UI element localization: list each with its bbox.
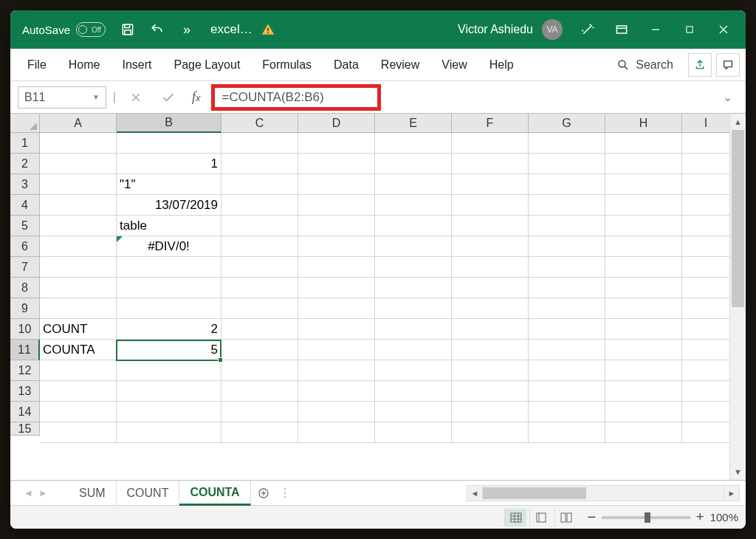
share-button[interactable] bbox=[688, 53, 712, 77]
cell-c9[interactable] bbox=[221, 298, 298, 319]
cell-d14[interactable] bbox=[298, 402, 375, 422]
cell-i7[interactable] bbox=[682, 257, 729, 278]
cell-a9[interactable] bbox=[40, 298, 117, 319]
cell-c14[interactable] bbox=[221, 402, 298, 422]
cell-i1[interactable] bbox=[682, 133, 729, 154]
cell-a15[interactable] bbox=[40, 422, 117, 443]
minimize-button[interactable] bbox=[641, 10, 670, 49]
undo-button[interactable] bbox=[142, 10, 172, 49]
cell-d3[interactable] bbox=[298, 174, 375, 195]
cell-a8[interactable] bbox=[40, 278, 117, 298]
cell-a6[interactable] bbox=[40, 236, 117, 257]
cell-e3[interactable] bbox=[375, 174, 452, 195]
cell-e1[interactable] bbox=[375, 133, 452, 154]
cell-a5[interactable] bbox=[40, 216, 117, 236]
cell-b3[interactable]: "1" bbox=[117, 174, 221, 195]
cell-c3[interactable] bbox=[221, 174, 298, 195]
row-header-7[interactable]: 7 bbox=[10, 257, 39, 278]
cell-d15[interactable] bbox=[298, 422, 375, 443]
horizontal-scrollbar[interactable]: ◄ ► bbox=[467, 485, 740, 501]
cell-f7[interactable] bbox=[452, 257, 529, 278]
row-header-4[interactable]: 4 bbox=[10, 195, 39, 216]
row-header-1[interactable]: 1 bbox=[10, 133, 39, 154]
cell-h1[interactable] bbox=[605, 133, 682, 154]
cell-h5[interactable] bbox=[605, 216, 682, 236]
cell-g9[interactable] bbox=[529, 298, 605, 319]
row-header-9[interactable]: 9 bbox=[10, 298, 39, 319]
cell-h3[interactable] bbox=[605, 174, 682, 195]
cell-e5[interactable] bbox=[375, 216, 452, 236]
sheet-tab-count[interactable]: COUNT bbox=[117, 481, 180, 506]
zoom-in-button[interactable]: + bbox=[696, 509, 704, 525]
cell-g11[interactable] bbox=[529, 340, 605, 360]
maximize-button[interactable] bbox=[675, 10, 704, 49]
cell-d5[interactable] bbox=[298, 216, 375, 236]
cell-c6[interactable] bbox=[221, 236, 298, 257]
cell-g5[interactable] bbox=[529, 216, 605, 236]
cell-c13[interactable] bbox=[221, 381, 298, 402]
cell-g15[interactable] bbox=[529, 422, 605, 443]
cell-f2[interactable] bbox=[452, 154, 529, 174]
cell-f10[interactable] bbox=[452, 319, 529, 340]
cell-d6[interactable] bbox=[298, 236, 375, 257]
ribbon-mode-button[interactable] bbox=[607, 10, 636, 49]
cell-b12[interactable] bbox=[117, 360, 221, 381]
row-header-12[interactable]: 12 bbox=[10, 360, 39, 381]
cell-i12[interactable] bbox=[682, 360, 729, 381]
scroll-right-icon[interactable]: ► bbox=[724, 485, 740, 501]
row-header-5[interactable]: 5 bbox=[10, 216, 39, 236]
enter-formula-button[interactable] bbox=[155, 86, 182, 109]
zoom-slider[interactable] bbox=[602, 516, 690, 519]
col-header-g[interactable]: G bbox=[529, 114, 605, 132]
cell-h15[interactable] bbox=[605, 422, 682, 443]
col-header-e[interactable]: E bbox=[375, 114, 452, 132]
cell-c10[interactable] bbox=[221, 319, 298, 340]
cell-h6[interactable] bbox=[605, 236, 682, 257]
cell-f13[interactable] bbox=[452, 381, 529, 402]
cell-h7[interactable] bbox=[605, 257, 682, 278]
cell-f8[interactable] bbox=[452, 278, 529, 298]
cell-c2[interactable] bbox=[221, 154, 298, 174]
sheet-nav[interactable]: ◄ ► bbox=[16, 487, 55, 498]
cell-b10[interactable]: 2 bbox=[117, 319, 221, 340]
cell-e8[interactable] bbox=[375, 278, 452, 298]
cell-e6[interactable] bbox=[375, 236, 452, 257]
cell-a2[interactable] bbox=[40, 154, 117, 174]
cell-c5[interactable] bbox=[221, 216, 298, 236]
cell-i3[interactable] bbox=[682, 174, 729, 195]
cell-i14[interactable] bbox=[682, 402, 729, 422]
cell-b15[interactable] bbox=[117, 422, 221, 443]
cancel-formula-button[interactable] bbox=[123, 86, 149, 109]
cell-a11[interactable]: COUNTA bbox=[40, 340, 117, 360]
name-box[interactable]: B11 ▼ bbox=[18, 86, 106, 109]
cell-g12[interactable] bbox=[529, 360, 605, 381]
cell-d11[interactable] bbox=[298, 340, 375, 360]
row-header-11[interactable]: 11 bbox=[10, 340, 40, 360]
cell-i15[interactable] bbox=[682, 422, 729, 443]
cell-a3[interactable] bbox=[40, 174, 117, 195]
cell-d13[interactable] bbox=[298, 381, 375, 402]
tab-file[interactable]: File bbox=[16, 49, 58, 81]
col-header-c[interactable]: C bbox=[221, 114, 298, 132]
cell-b9[interactable] bbox=[117, 298, 221, 319]
vertical-scrollbar[interactable]: ▲ ▼ bbox=[729, 114, 746, 480]
cell-d12[interactable] bbox=[298, 360, 375, 381]
add-sheet-button[interactable] bbox=[251, 487, 276, 499]
cell-i13[interactable] bbox=[682, 381, 729, 402]
more-qat-icon[interactable]: » bbox=[172, 10, 202, 49]
cell-g2[interactable] bbox=[529, 154, 605, 174]
cell-g8[interactable] bbox=[529, 278, 605, 298]
expand-formula-icon[interactable]: ⌄ bbox=[717, 90, 738, 104]
cell-e7[interactable] bbox=[375, 257, 452, 278]
cell-b6[interactable]: #DIV/0! bbox=[117, 236, 221, 257]
row-header-13[interactable]: 13 bbox=[10, 381, 39, 402]
cell-e11[interactable] bbox=[375, 340, 452, 360]
cell-c15[interactable] bbox=[221, 422, 298, 443]
cell-g3[interactable] bbox=[529, 174, 605, 195]
cell-a7[interactable] bbox=[40, 257, 117, 278]
tab-data[interactable]: Data bbox=[323, 49, 370, 81]
search-button[interactable]: Search bbox=[606, 58, 684, 72]
col-header-h[interactable]: H bbox=[605, 114, 682, 132]
cell-h11[interactable] bbox=[605, 340, 682, 360]
cell-f6[interactable] bbox=[452, 236, 529, 257]
